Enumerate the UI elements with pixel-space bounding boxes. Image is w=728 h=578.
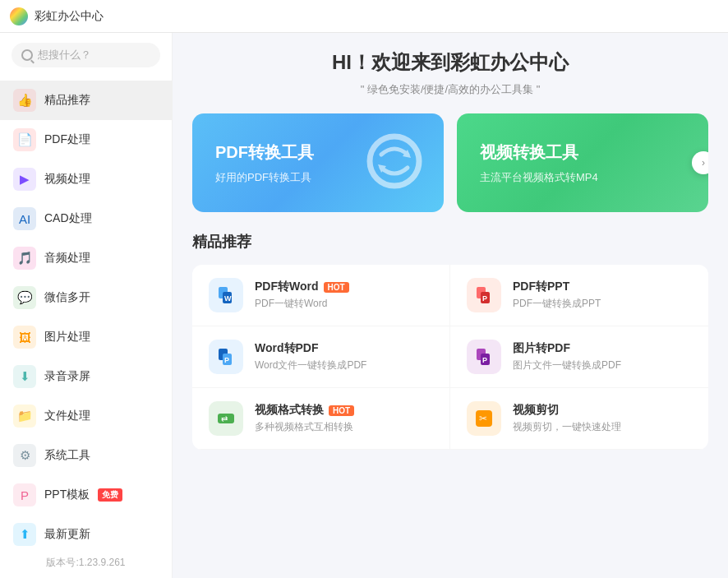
main-layout: 想搜什么？ 👍精品推荐📄PDF处理▶视频处理AICAD处理🎵音频处理💬微信多开🖼… xyxy=(0,33,728,578)
sidebar-label-recommend: 精品推荐 xyxy=(44,93,90,108)
tool-grid: WPDF转WordHOTPDF一键转WordPPDF转PPTPDF一键转换成PP… xyxy=(192,265,708,450)
tool-name-text-img-pdf: 图片转PDF xyxy=(513,341,570,356)
welcome-subtitle: " 绿色免安装/便捷/高效的办公工具集 " xyxy=(192,82,708,97)
version-text: 版本号:1.23.9.261 xyxy=(0,548,172,578)
sidebar-item-file[interactable]: 📁文件处理 xyxy=(0,396,172,436)
tool-name-video-cut: 视频剪切 xyxy=(513,403,692,418)
feature-cards: PDF转换工具 好用的PDF转换工具 视频转 xyxy=(192,113,708,212)
tool-item-pdf-word[interactable]: WPDF转WordHOTPDF一键转Word xyxy=(192,265,450,326)
sidebar-label-image: 图片处理 xyxy=(44,330,90,344)
sidebar-icon-recommend: 👍 xyxy=(13,89,36,112)
sidebar-icon-file: 📁 xyxy=(13,405,36,428)
sidebar-item-audio[interactable]: 🎵音频处理 xyxy=(0,238,172,278)
sidebar-item-recommend[interactable]: 👍精品推荐 xyxy=(0,81,172,120)
tool-info-word-pdf: Word转PDFWord文件一键转换成PDF xyxy=(255,341,433,372)
tool-desc-word-pdf: Word文件一键转换成PDF xyxy=(255,358,433,372)
tool-name-pdf-word: PDF转WordHOT xyxy=(255,280,433,294)
welcome-banner: HI！欢迎来到彩虹办公中心 " 绿色免安装/便捷/高效的办公工具集 " xyxy=(192,49,708,97)
tool-icon-img-pdf: P xyxy=(467,340,501,374)
tool-icon-pdf-ppt: P xyxy=(467,278,501,312)
chevron-right-icon: › xyxy=(702,157,705,169)
tool-info-img-pdf: 图片转PDF图片文件一键转换成PDF xyxy=(513,341,692,372)
search-placeholder: 想搜什么？ xyxy=(38,48,91,62)
tool-item-video-convert[interactable]: ⇄视频格式转换HOT多种视频格式互相转换 xyxy=(192,388,450,450)
sidebar-item-pdf[interactable]: 📄PDF处理 xyxy=(0,120,172,160)
tool-name-pdf-ppt: PDF转PPT xyxy=(513,280,692,294)
video-feature-card[interactable]: 视频转换工具 主流平台视频格式转MP4 › xyxy=(457,113,708,212)
svg-point-0 xyxy=(370,136,419,186)
tool-info-pdf-word: PDF转WordHOTPDF一键转Word xyxy=(255,280,433,311)
sidebar-icon-audio: 🎵 xyxy=(13,247,36,270)
sidebar-label-cad: CAD处理 xyxy=(44,211,92,226)
tool-badge-pdf-word: HOT xyxy=(324,282,349,293)
tool-info-video-convert: 视频格式转换HOT多种视频格式互相转换 xyxy=(255,403,433,434)
pdf-card-icon xyxy=(365,132,424,194)
sidebar-label-record: 录音录屏 xyxy=(44,369,90,384)
sidebar-item-cad[interactable]: AICAD处理 xyxy=(0,199,172,238)
sidebar-icon-system: ⚙ xyxy=(13,444,36,467)
tool-desc-img-pdf: 图片文件一键转换成PDF xyxy=(513,358,692,372)
tool-item-img-pdf[interactable]: P图片转PDF图片文件一键转换成PDF xyxy=(450,326,708,388)
svg-text:P: P xyxy=(482,356,487,364)
sidebar-label-system: 系统工具 xyxy=(44,448,90,463)
sidebar-item-ppt[interactable]: PPPT模板免费 xyxy=(0,475,172,515)
sidebar-item-wechat[interactable]: 💬微信多开 xyxy=(0,278,172,317)
tool-info-video-cut: 视频剪切视频剪切，一键快速处理 xyxy=(513,403,692,434)
tool-desc-video-convert: 多种视频格式互相转换 xyxy=(255,420,433,434)
tool-name-video-convert: 视频格式转换HOT xyxy=(255,403,433,418)
tool-desc-pdf-word: PDF一键转Word xyxy=(255,297,433,311)
tool-info-pdf-ppt: PDF转PPTPDF一键转换成PPT xyxy=(513,280,692,311)
svg-text:W: W xyxy=(224,294,232,303)
sidebar-icon-record: ⬇ xyxy=(13,365,36,388)
pdf-feature-card[interactable]: PDF转换工具 好用的PDF转换工具 xyxy=(192,113,444,212)
video-card-subtitle: 主流平台视频格式转MP4 xyxy=(480,170,685,185)
svg-text:P: P xyxy=(482,294,487,303)
sidebar-item-system[interactable]: ⚙系统工具 xyxy=(0,436,172,475)
sidebar: 想搜什么？ 👍精品推荐📄PDF处理▶视频处理AICAD处理🎵音频处理💬微信多开🖼… xyxy=(0,33,173,578)
app-name: 彩虹办公中心 xyxy=(35,9,104,24)
sidebar-item-image[interactable]: 🖼图片处理 xyxy=(0,317,172,357)
sidebar-icon-wechat: 💬 xyxy=(13,286,36,309)
tool-name-text-pdf-word: PDF转Word xyxy=(255,280,319,294)
nav-list: 👍精品推荐📄PDF处理▶视频处理AICAD处理🎵音频处理💬微信多开🖼图片处理⬇录… xyxy=(0,77,172,548)
sidebar-label-audio: 音频处理 xyxy=(44,251,90,266)
tool-desc-pdf-ppt: PDF一键转换成PPT xyxy=(513,297,692,311)
sidebar-item-update[interactable]: ⬆最新更新 xyxy=(0,515,172,548)
sidebar-icon-pdf: 📄 xyxy=(13,128,36,151)
sidebar-item-video[interactable]: ▶视频处理 xyxy=(0,160,172,199)
tool-name-text-word-pdf: Word转PDF xyxy=(255,341,319,356)
sidebar-badge-ppt: 免费 xyxy=(98,488,122,502)
search-icon xyxy=(21,49,33,61)
tool-name-text-video-convert: 视频格式转换 xyxy=(255,403,324,418)
sidebar-icon-video: ▶ xyxy=(13,168,36,191)
tool-desc-video-cut: 视频剪切，一键快速处理 xyxy=(513,420,692,434)
sidebar-label-pdf: PDF处理 xyxy=(44,132,90,147)
search-box[interactable]: 想搜什么？ xyxy=(12,43,160,67)
svg-text:P: P xyxy=(224,356,229,364)
tool-icon-pdf-word: W xyxy=(209,278,243,312)
tool-name-text-pdf-ppt: PDF转PPT xyxy=(513,280,569,294)
title-bar: 彩虹办公中心 xyxy=(0,0,728,33)
tool-name-img-pdf: 图片转PDF xyxy=(513,341,692,356)
sidebar-icon-image: 🖼 xyxy=(13,326,36,349)
tool-item-word-pdf[interactable]: PWord转PDFWord文件一键转换成PDF xyxy=(192,326,450,388)
sidebar-label-video: 视频处理 xyxy=(44,172,90,187)
svg-text:⇄: ⇄ xyxy=(221,414,228,423)
card-nav-button[interactable]: › xyxy=(692,151,708,174)
sidebar-label-ppt: PPT模板 xyxy=(44,488,90,502)
sidebar-icon-ppt: P xyxy=(13,483,36,506)
tool-item-pdf-ppt[interactable]: PPDF转PPTPDF一键转换成PPT xyxy=(450,265,708,326)
sidebar-label-update: 最新更新 xyxy=(44,527,90,542)
tool-icon-word-pdf: P xyxy=(209,340,243,374)
sidebar-icon-cad: AI xyxy=(13,207,36,230)
tool-item-video-cut[interactable]: ✂视频剪切视频剪切，一键快速处理 xyxy=(450,388,708,450)
sidebar-item-record[interactable]: ⬇录音录屏 xyxy=(0,357,172,396)
tool-icon-video-cut: ✂ xyxy=(467,401,501,436)
welcome-title: HI！欢迎来到彩虹办公中心 xyxy=(192,49,708,76)
content-area: HI！欢迎来到彩虹办公中心 " 绿色免安装/便捷/高效的办公工具集 " PDF转… xyxy=(173,33,728,578)
tool-name-word-pdf: Word转PDF xyxy=(255,341,433,356)
tool-icon-video-convert: ⇄ xyxy=(209,401,243,436)
sidebar-label-wechat: 微信多开 xyxy=(44,290,90,305)
tool-badge-video-convert: HOT xyxy=(329,405,354,416)
app-icon xyxy=(10,7,28,25)
